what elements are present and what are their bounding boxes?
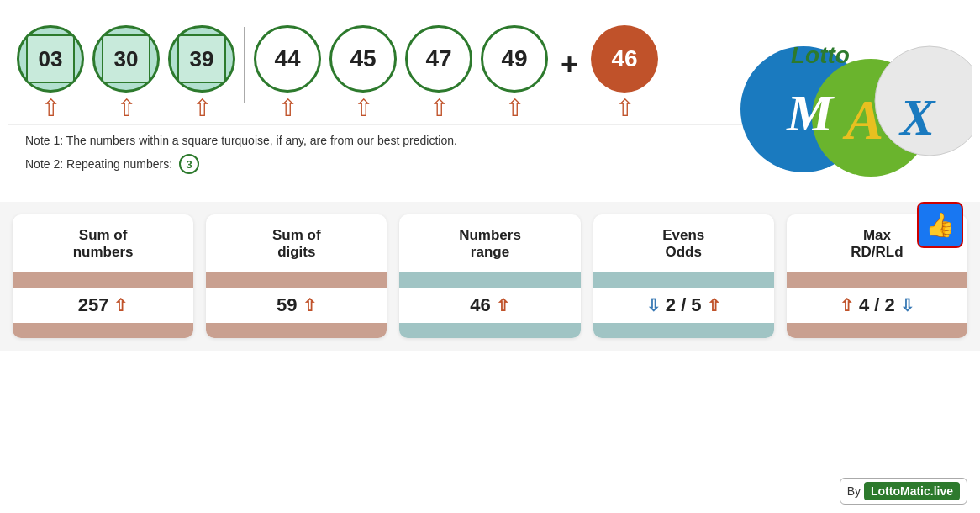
- stat-numbers-range-title: Numbersrange: [408, 227, 572, 262]
- stat-sum-numbers-bar-bottom: [13, 323, 193, 338]
- svg-text:M: M: [786, 84, 835, 141]
- arrow-up-6: ⇧: [505, 97, 524, 120]
- sum-numbers-val: 257: [78, 294, 109, 316]
- stat-numbers-range-value: 46 ⇧: [399, 288, 580, 323]
- ball-container-3: 44 ⇧: [254, 25, 321, 120]
- attribution-wrapper: By LottoMatic.live: [840, 478, 967, 505]
- arrow-up-1: ⇧: [117, 97, 136, 120]
- ball-number-2: 39: [190, 46, 214, 72]
- ball-inner-1: 30: [102, 34, 150, 83]
- stat-max-rdrd-bar-bottom: [787, 323, 967, 338]
- ball-container-5: 47 ⇧: [405, 25, 472, 120]
- note2-prefix: Note 2: Repeating numbers:: [25, 157, 172, 171]
- main-container: 03 ⇧ 30 ⇧ 39: [0, 0, 980, 513]
- stat-sum-numbers-inner: Sum ofnumbers: [13, 214, 193, 266]
- ball-container-bonus: 46 ⇧: [591, 25, 658, 120]
- sum-digits-val: 59: [277, 294, 297, 316]
- max-rdrd-val: 4 / 2: [859, 294, 895, 316]
- bonus-number: 46: [611, 45, 637, 72]
- sum-numbers-arrow: ⇧: [113, 295, 128, 315]
- ball-49: 49: [481, 25, 548, 93]
- evens-arrow-down: ⇩: [646, 295, 661, 315]
- ball-container-6: 49 ⇧: [481, 25, 548, 120]
- ball-45: 45: [329, 25, 397, 93]
- stat-card-sum-digits: Sum ofdigits 59 ⇧: [206, 214, 387, 338]
- stat-sum-digits-title: Sum ofdigits: [214, 227, 378, 262]
- ball-47: 47: [405, 25, 472, 93]
- repeating-badge: 3: [179, 154, 199, 174]
- ball-44: 44: [254, 25, 321, 93]
- svg-text:X: X: [898, 88, 936, 145]
- plus-sign: +: [556, 47, 582, 82]
- stat-sum-digits-bar-top: [206, 272, 387, 288]
- lotto-max-logo-svg: Lotto M A X: [736, 8, 972, 185]
- attribution: By LottoMatic.live: [840, 478, 967, 505]
- stat-numbers-range-inner: Numbersrange: [399, 214, 580, 266]
- ball-container-1: 30 ⇧: [92, 25, 160, 120]
- sum-digits-arrow: ⇧: [303, 295, 317, 315]
- ball-container-2: 39 ⇧: [168, 25, 235, 120]
- ball-container-4: 45 ⇧: [329, 25, 397, 120]
- arrow-up-2: ⇧: [192, 97, 212, 120]
- ball-03: 03: [17, 25, 84, 93]
- svg-text:Lotto: Lotto: [791, 42, 850, 68]
- stat-sum-numbers-bar-top: [13, 272, 193, 288]
- ball-number-0: 03: [39, 46, 63, 72]
- stat-evens-odds-value: ⇩ 2 / 5 ⇧: [593, 288, 774, 323]
- stat-max-rdrd-bar-top: [787, 272, 967, 288]
- stat-numbers-range-bar-bottom: [399, 323, 580, 338]
- like-icon: 👍: [925, 211, 955, 239]
- ball-30: 30: [92, 25, 160, 93]
- numbers-range-arrow: ⇧: [496, 295, 510, 315]
- ball-divider: [244, 27, 245, 103]
- stat-evens-odds-inner: EvensOdds: [593, 214, 774, 266]
- odds-arrow-up: ⇧: [707, 295, 721, 315]
- stat-sum-digits-value: 59 ⇧: [206, 288, 387, 323]
- arrow-up-5: ⇧: [429, 97, 449, 120]
- like-button[interactable]: 👍: [917, 202, 963, 248]
- numbers-range-val: 46: [470, 294, 490, 316]
- bonus-ball: 46: [591, 25, 658, 93]
- svg-text:A: A: [842, 87, 883, 151]
- stat-evens-odds-title: EvensOdds: [602, 227, 766, 262]
- stat-sum-digits-inner: Sum ofdigits: [206, 214, 387, 266]
- arrow-up-0: ⇧: [41, 97, 61, 120]
- stat-evens-odds-bar-bottom: [593, 323, 774, 338]
- stat-sum-numbers-title: Sum ofnumbers: [21, 227, 185, 262]
- stats-section: Sum ofnumbers 257 ⇧ Sum ofdigits 59 ⇧: [0, 202, 980, 351]
- attribution-by: By: [847, 484, 861, 498]
- ball-39: 39: [168, 25, 235, 93]
- stat-sum-digits-bar-bottom: [206, 323, 387, 338]
- arrow-up-4: ⇧: [354, 97, 373, 120]
- arrow-up-bonus: ⇧: [615, 97, 635, 120]
- stat-card-sum-numbers: Sum ofnumbers 257 ⇧: [13, 214, 193, 338]
- max-rd-arrow-up: ⇧: [840, 295, 854, 315]
- arrow-up-3: ⇧: [278, 97, 298, 120]
- ball-container-0: 03 ⇧: [17, 25, 84, 120]
- stat-card-evens-odds: EvensOdds ⇩ 2 / 5 ⇧: [593, 214, 774, 338]
- stat-evens-odds-bar-top: [593, 272, 774, 288]
- evens-val: 2 / 5: [666, 294, 702, 316]
- logo-area: Lotto M A X: [736, 8, 972, 185]
- max-rld-arrow-down: ⇩: [900, 295, 914, 315]
- stat-sum-numbers-value: 257 ⇧: [13, 288, 193, 323]
- attribution-brand: LottoMatic.live: [864, 482, 960, 500]
- stat-card-numbers-range: Numbersrange 46 ⇧: [399, 214, 580, 338]
- ball-number-1: 30: [114, 46, 139, 72]
- ball-inner-2: 39: [177, 34, 226, 83]
- ball-inner-0: 03: [26, 34, 75, 83]
- stat-numbers-range-bar-top: [399, 272, 580, 288]
- stat-max-rdrd-value: ⇧ 4 / 2 ⇩: [787, 288, 967, 323]
